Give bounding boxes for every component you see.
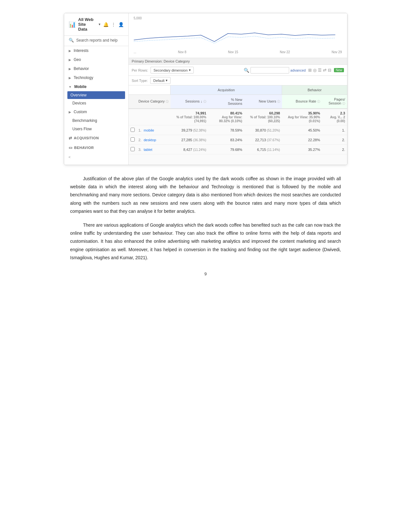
bell-icon[interactable]: 🔔 bbox=[103, 22, 109, 27]
sidebar-item-interests[interactable]: ▶ Interests bbox=[64, 46, 128, 55]
row3-bounce-rate: 35.27% bbox=[282, 145, 322, 154]
circle-icon[interactable]: ◎ bbox=[313, 68, 317, 73]
row2-device-link[interactable]: desktop bbox=[144, 138, 156, 142]
back-icon: < bbox=[69, 155, 71, 159]
compare-icon[interactable]: ⇄ bbox=[323, 68, 327, 73]
paragraph-1: Justification of the above plan of the G… bbox=[70, 175, 341, 215]
mobile-label: Mobile bbox=[74, 84, 86, 89]
user-icon[interactable]: 👤 bbox=[118, 22, 124, 27]
body-text: Justification of the above plan of the G… bbox=[64, 175, 347, 276]
new-sessions-header[interactable]: % NewSessions bbox=[208, 95, 244, 109]
sessions-header[interactable]: Sessions ↓ ⓘ bbox=[171, 95, 208, 109]
checkbox-header bbox=[129, 95, 137, 109]
totals-sessions-sub: % of Total: 100.00% (74,991) bbox=[176, 115, 206, 123]
per-rows-label: Per Rows: bbox=[132, 68, 148, 72]
row3-device-link[interactable]: tablet bbox=[144, 148, 152, 152]
interests-label: Interests bbox=[74, 48, 89, 53]
info-icon: ⓘ bbox=[166, 100, 169, 103]
sidebar-item-devices[interactable]: Devices bbox=[64, 99, 128, 107]
chart-x-labels: ... Nov 8 Nov 15 Nov 22 Nov 29 bbox=[134, 50, 342, 54]
table-icon[interactable]: ⊟ bbox=[328, 68, 331, 73]
sort-type-label: Sort Type: bbox=[132, 79, 148, 83]
sort-default-label: Default bbox=[153, 79, 164, 83]
totals-new-users: 60,298 % of Total: 100.10% (60,225) bbox=[244, 109, 282, 125]
advanced-search-input[interactable] bbox=[250, 67, 289, 74]
totals-device bbox=[137, 109, 171, 125]
behavior-icon: ▭ bbox=[69, 145, 73, 150]
site-name: All Web Site Data bbox=[78, 17, 96, 32]
row1-checkbox[interactable] bbox=[129, 125, 137, 135]
new-users-header[interactable]: New Users ⓘ bbox=[244, 95, 282, 109]
behavior-label: Behavior bbox=[74, 66, 89, 71]
row1-sessions: 39,279 (52.38%) bbox=[171, 125, 208, 135]
expand-icon: ▶ bbox=[69, 58, 71, 62]
sidebar-item-benchmarking[interactable]: Benchmarking bbox=[64, 116, 128, 125]
row2-device: 2. desktop bbox=[137, 135, 171, 145]
bounce-rate-header[interactable]: Bounce Rate ⓘ bbox=[282, 95, 322, 109]
sidebar-header[interactable]: 📊 All Web Site Data ▾ 🔔 ⋮ 👤 bbox=[64, 13, 128, 36]
table-row: 3. tablet 8,427 (11.24%) 79.68% 6,715 (1… bbox=[129, 145, 347, 154]
row1-bounce-rate: 45.50% bbox=[282, 125, 322, 135]
search-icon: 🔍 bbox=[69, 38, 74, 43]
search-label: Search reports and help bbox=[76, 38, 118, 43]
sidebar-item-custom[interactable]: ▶ Custom bbox=[64, 107, 128, 116]
devices-label: Devices bbox=[73, 101, 86, 105]
collapse-icon: ▼ bbox=[69, 85, 72, 89]
list-icon[interactable]: ☰ bbox=[318, 68, 322, 73]
more-icon[interactable]: ⋮ bbox=[111, 22, 116, 27]
row2-bounce-rate: 22.28% bbox=[282, 135, 322, 145]
sidebar-item-technology[interactable]: ▶ Technology bbox=[64, 73, 128, 82]
sidebar-item-overview[interactable]: Overview bbox=[67, 91, 125, 99]
table-row: 2. desktop 27,285 (36.38%) 83.24% 22,713… bbox=[129, 135, 347, 145]
row3-checkbox-input[interactable] bbox=[131, 147, 135, 151]
row1-device-link[interactable]: mobile bbox=[144, 128, 154, 132]
row3-new-users: 6,715 (11.14%) bbox=[244, 145, 282, 154]
advanced-link[interactable]: advanced bbox=[290, 68, 306, 72]
behavior-section-label: BEHAVIOR bbox=[74, 146, 94, 150]
device-category-header[interactable]: Device Category ⓘ bbox=[137, 95, 171, 109]
behavior-section: ▭ BEHAVIOR bbox=[64, 143, 128, 153]
dropdown-arrow-icon: ▾ bbox=[99, 22, 101, 26]
chart-area: 5,000 ... Nov 8 Nov 15 Nov 22 Nov 29 bbox=[129, 13, 347, 58]
table-wrapper: Acquisition Behavior Device Category ⓘ S… bbox=[129, 85, 347, 154]
pages-session-header[interactable]: Pages/Session ⓘ bbox=[322, 95, 347, 109]
grid-icon[interactable]: ⊞ bbox=[308, 68, 312, 73]
totals-sessions: 74,991 % of Total: 100.00% (74,991) bbox=[171, 109, 208, 125]
row2-checkbox[interactable] bbox=[129, 135, 137, 145]
search-row[interactable]: 🔍 Search reports and help bbox=[64, 36, 128, 46]
paragraph-2: There are various applications of Google… bbox=[70, 221, 341, 262]
totals-bounce-rate: 35.90% Avg for View: 35.90% (0.01%) bbox=[282, 109, 322, 125]
info-icon: ⓘ bbox=[342, 102, 345, 105]
sidebar-item-mobile[interactable]: ▼ Mobile bbox=[64, 82, 128, 91]
sort-default-button[interactable]: Default ▾ bbox=[150, 77, 171, 84]
sidebar-item-users-flow[interactable]: Users Flow bbox=[64, 125, 128, 133]
totals-pages: 2.3 Avg. V... 2 (0.00) bbox=[322, 109, 347, 125]
row1-new-users: 30,870 (51.20%) bbox=[244, 125, 282, 135]
x-label-3: Nov 22 bbox=[280, 50, 290, 54]
chart-y-label: 5,000 bbox=[134, 16, 342, 20]
sidebar-item-geo[interactable]: ▶ Geo bbox=[64, 55, 128, 64]
table-row: 1. mobile 39,279 (52.38%) 78.59% 30,870 … bbox=[129, 125, 347, 135]
row1-checkbox-input[interactable] bbox=[131, 128, 135, 132]
x-label-2: Nov 15 bbox=[228, 50, 238, 54]
secondary-dim-button[interactable]: Secondary dimension ▾ bbox=[151, 67, 194, 74]
users-flow-label: Users Flow bbox=[73, 127, 92, 131]
row2-sessions: 27,285 (36.38%) bbox=[171, 135, 208, 145]
row3-sessions: 8,427 (11.24%) bbox=[171, 145, 208, 154]
row1-new-sessions: 78.59% bbox=[208, 125, 244, 135]
expand-icon: ▶ bbox=[69, 110, 71, 114]
row3-checkbox[interactable] bbox=[129, 145, 137, 154]
sidebar-collapse-button[interactable]: < bbox=[64, 153, 128, 162]
row2-new-sessions: 83.24% bbox=[208, 135, 244, 145]
row2-num: 2. bbox=[139, 138, 142, 142]
row2-checkbox-input[interactable] bbox=[131, 137, 135, 142]
row3-num: 3. bbox=[139, 148, 142, 152]
info-icon: ⓘ bbox=[317, 100, 320, 103]
totals-sessions-value: 74,991 bbox=[195, 111, 206, 115]
row2-pages: 2. bbox=[322, 135, 347, 145]
totals-new-sessions: 80.41% Avg for View: 80.32% (0.10%) bbox=[208, 109, 244, 125]
sidebar-item-behavior[interactable]: ▶ Behavior bbox=[64, 64, 128, 73]
page-number: 9 bbox=[70, 271, 341, 276]
acquisition-section: ⇄ ACQUISITION bbox=[64, 133, 128, 143]
data-table: Acquisition Behavior Device Category ⓘ S… bbox=[129, 85, 347, 154]
